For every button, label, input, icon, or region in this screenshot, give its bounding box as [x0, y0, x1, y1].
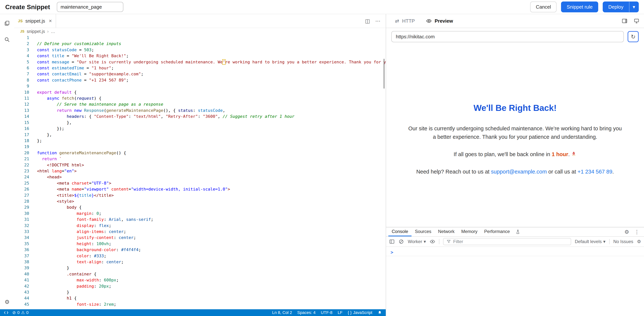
settings-gear-icon[interactable]: ⚙ — [3, 298, 11, 305]
code-line[interactable]: 13 return new Response(generateMaintenan… — [14, 108, 386, 114]
warnings-count: 0 — [26, 310, 28, 315]
log-levels-selector[interactable]: Default levels ▾ — [575, 239, 606, 244]
code-line[interactable]: 2// Define your customizable inputs — [14, 41, 386, 47]
code-line[interactable]: 18}; — [14, 138, 386, 144]
code-line[interactable]: 7const contactEmail = "support@example.c… — [14, 71, 386, 77]
execution-context-selector[interactable]: Worker ▾ — [408, 239, 426, 244]
code-line[interactable]: 27 <title>${title}</title> — [14, 192, 386, 198]
devtools-menu-icon[interactable]: ⋮ — [634, 229, 640, 235]
close-tab-icon[interactable]: × — [49, 18, 52, 24]
code-line[interactable]: 36 background-color: #f4f4f4; — [14, 247, 386, 253]
code-line[interactable]: 45 font-size: 2rem; — [14, 301, 386, 307]
problems-indicator[interactable]: ⊘ 0 ⚠ 0 — [12, 310, 28, 315]
code-line[interactable]: 41 max-width: 600px; — [14, 277, 386, 283]
breadcrumb-file[interactable]: snippet.js — [27, 29, 45, 34]
code-line[interactable]: 11 async fetch(request) { — [14, 95, 386, 101]
split-editor-icon[interactable]: ◫ — [365, 18, 370, 24]
devtools-tab-sources[interactable]: Sources — [412, 227, 435, 236]
tab-preview[interactable]: Preview — [422, 14, 458, 28]
devtools-tab-memory[interactable]: Memory — [458, 227, 481, 236]
deploy-button[interactable]: Deploy — [603, 2, 629, 12]
deploy-dropdown-button[interactable]: ▾ — [629, 2, 639, 12]
issues-counter[interactable]: No Issues — [613, 239, 633, 244]
remote-indicator-icon[interactable] — [4, 310, 8, 315]
code-line[interactable]: 14 headers: { "Content-Type": "text/html… — [14, 114, 386, 120]
more-actions-icon[interactable]: ⋯ — [375, 18, 380, 24]
code-line[interactable]: 1 — [14, 35, 386, 41]
live-expression-eye-icon[interactable] — [430, 239, 435, 244]
console-filter-input[interactable]: Filter — [443, 238, 571, 245]
files-icon[interactable] — [3, 20, 11, 27]
code-line[interactable]: 31 font-family: Arial, sans-serif; — [14, 216, 386, 222]
code-line[interactable]: 32 display: flex; — [14, 223, 386, 229]
editor-scrollbar[interactable] — [384, 59, 384, 89]
breadcrumb[interactable]: JS snippet.js › … — [14, 28, 386, 35]
code-line[interactable]: 6const estimatedTime = "1 hour"; — [14, 65, 386, 71]
code-line[interactable]: 3const statusCode = 503; — [14, 47, 386, 53]
line-number: 24 — [14, 174, 29, 180]
code-line[interactable]: 20function generateMaintenancePage() { — [14, 150, 386, 156]
flask-icon[interactable] — [513, 227, 522, 236]
cancel-button[interactable]: Cancel — [530, 2, 556, 12]
code-line[interactable]: 12 // Serve the maintenance page as a re… — [14, 101, 386, 107]
code-line[interactable]: 23<html lang="en"> — [14, 168, 386, 174]
console-sidebar-icon[interactable] — [389, 239, 395, 244]
code-line[interactable]: 42 padding: 20px; — [14, 283, 386, 289]
code-line[interactable]: 21 return ` — [14, 156, 386, 162]
devtools-tab-network[interactable]: Network — [435, 227, 458, 236]
device-toolbar-icon[interactable] — [634, 18, 640, 24]
code-line[interactable]: 38 text-align: center; — [14, 259, 386, 265]
search-icon[interactable] — [3, 36, 11, 43]
code-line[interactable]: 44 h1 { — [14, 295, 386, 301]
eol-setting[interactable]: LF — [338, 310, 342, 315]
language-mode[interactable]: { } JavaScript — [348, 310, 372, 315]
code-line[interactable]: 25 <meta charset="UTF-8"> — [14, 180, 386, 186]
code-line[interactable]: 40 .container { — [14, 271, 386, 277]
code-line[interactable]: 22 <!DOCTYPE html> — [14, 162, 386, 168]
indentation-setting[interactable]: Spaces: 4 — [297, 310, 316, 315]
code-editor[interactable]: 12// Define your customizable inputs3con… — [14, 35, 386, 309]
code-line[interactable]: 29 body { — [14, 204, 386, 210]
notifications-bell-icon[interactable] — [378, 310, 382, 315]
code-line[interactable]: 15 }, — [14, 120, 386, 126]
console-prompt-row[interactable]: > — [386, 249, 644, 256]
breadcrumb-ellipsis[interactable]: … — [51, 29, 55, 34]
refresh-button[interactable]: ↻ — [628, 31, 639, 42]
code-line[interactable]: 19 — [14, 144, 386, 150]
header-actions: Cancel Snippet rule Deploy ▾ — [530, 2, 639, 12]
code-line[interactable]: 43 } — [14, 289, 386, 295]
devtools-tab-performance[interactable]: Performance — [481, 227, 513, 236]
devtools-settings-gear-icon[interactable]: ⚙ — [624, 229, 629, 235]
code-line[interactable]: 17 }, — [14, 132, 386, 138]
code-line[interactable]: 34 justify-content: center; — [14, 235, 386, 241]
code-line[interactable]: 35 height: 100vh; — [14, 241, 386, 247]
cursor-position[interactable]: Ln 8, Col 2 — [272, 310, 292, 315]
phone-link[interactable]: +1 234 567 89 — [578, 169, 612, 175]
email-link[interactable]: support@example.com — [491, 169, 547, 175]
tab-snippet-js[interactable]: JS snippet.js × — [14, 14, 56, 28]
code-line[interactable]: 26 <meta name="viewport" content="width=… — [14, 186, 386, 192]
code-line[interactable]: 5const message = "Our site is currently … — [14, 59, 386, 65]
code-line[interactable]: 30 margin: 0; — [14, 211, 386, 216]
console-output[interactable]: > — [386, 247, 644, 316]
code-line[interactable]: 28 <style> — [14, 198, 386, 204]
panel-layout-icon[interactable] — [622, 18, 628, 24]
code-line[interactable]: 9 — [14, 83, 386, 89]
code-line[interactable]: 39 } — [14, 265, 386, 271]
code-line[interactable]: 8const contactPhone = "+1 234 567 89"; — [14, 77, 386, 83]
devtools-tab-console[interactable]: Console — [388, 227, 412, 236]
snippet-rule-button[interactable]: Snippet rule — [561, 2, 598, 12]
tab-http[interactable]: ⇄ HTTP — [390, 14, 419, 28]
preview-url-input[interactable] — [391, 31, 624, 42]
code-line[interactable]: 33 align-items: center; — [14, 229, 386, 235]
code-line[interactable]: 24 <head> — [14, 174, 386, 180]
code-line[interactable]: 10export default { — [14, 89, 386, 95]
line-number: 1 — [14, 35, 29, 41]
clear-console-icon[interactable] — [398, 239, 404, 244]
code-line[interactable]: 4const title = "We'll Be Right Back!"; — [14, 53, 386, 59]
encoding-setting[interactable]: UTF-8 — [321, 310, 332, 315]
code-line[interactable]: 16 }); — [14, 126, 386, 132]
code-line[interactable]: 37 color: #333; — [14, 253, 386, 259]
console-settings-gear-icon[interactable]: ⚙ — [637, 239, 641, 244]
snippet-name-input[interactable] — [57, 2, 123, 12]
